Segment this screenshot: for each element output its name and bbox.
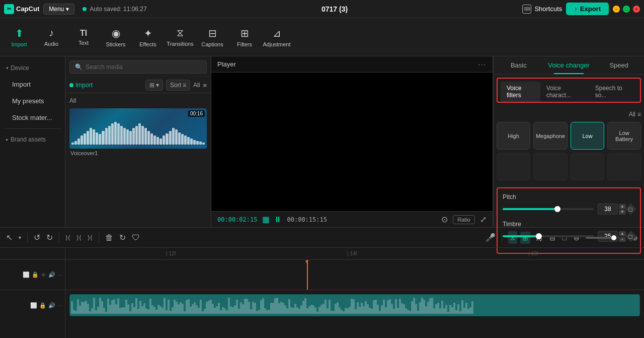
tool-captions[interactable]: ⊟ Captions bbox=[197, 20, 227, 54]
shortcuts-button[interactable]: ⌨ Shortcuts bbox=[522, 5, 562, 14]
brand-assets-section[interactable]: ▸ Brand assets bbox=[0, 132, 65, 147]
tool-import[interactable]: ⬆ Import bbox=[4, 20, 34, 54]
pitch-fill bbox=[503, 208, 557, 210]
player-menu-icon[interactable]: ··· bbox=[478, 60, 487, 68]
timbre-thumb[interactable] bbox=[536, 233, 542, 239]
sub-tab-voice-characters[interactable]: Voice charact... bbox=[540, 82, 589, 102]
sidebar-item-presets[interactable]: My presets bbox=[0, 93, 65, 109]
tool-adjustment[interactable]: ⊿ Adjustment bbox=[262, 20, 292, 54]
all-filter-button[interactable]: All bbox=[193, 82, 200, 89]
magnet-icon[interactable]: ⊞ bbox=[520, 232, 530, 244]
timbre-slider[interactable] bbox=[503, 235, 594, 237]
tool-filters[interactable]: ⊞ Filters bbox=[229, 20, 260, 54]
zoom-thumb[interactable] bbox=[611, 235, 616, 240]
zoom-bar bbox=[586, 237, 626, 239]
pitch-slider-row: Pitch 38 ▲ ▼ ◇ bbox=[503, 193, 635, 215]
minimize-button[interactable]: − bbox=[613, 6, 620, 13]
time-total: 00:00:15:15 bbox=[287, 216, 327, 223]
captions-tl-icon[interactable]: □ bbox=[560, 232, 569, 244]
pitch-up-arrow[interactable]: ▲ bbox=[619, 204, 626, 209]
track1-audio-icon[interactable]: 🔊 bbox=[48, 272, 55, 278]
device-section[interactable]: ▾ Device bbox=[0, 60, 65, 76]
track2-lock-icon[interactable]: 🔒 bbox=[39, 302, 46, 309]
tool-adjustment-label: Adjustment bbox=[263, 41, 290, 47]
tab-basic[interactable]: Basic bbox=[494, 56, 544, 74]
toolbar-divider-1 bbox=[27, 233, 28, 243]
media-content: All 00:16 Voiceover1 bbox=[65, 93, 211, 227]
all-label: All bbox=[629, 111, 635, 118]
redo-button[interactable]: ↻ bbox=[44, 231, 55, 244]
player-screen bbox=[211, 73, 493, 211]
sidebar-item-stock[interactable]: Stock mater... bbox=[0, 110, 65, 125]
split-tool-3[interactable]: ⟩⟨ bbox=[86, 232, 95, 243]
pitch-thumb[interactable] bbox=[554, 206, 560, 212]
undo-button[interactable]: ↺ bbox=[32, 231, 42, 244]
all-filter-icon: ≡ bbox=[637, 111, 641, 118]
filter-icon[interactable]: ≡ bbox=[203, 82, 207, 89]
sub-tab-voice-filters[interactable]: Voice filters bbox=[501, 82, 540, 102]
voice-item-megaphone[interactable]: Megaphone bbox=[533, 122, 568, 150]
menu-button[interactable]: Menu ▾ bbox=[43, 4, 74, 15]
fullscreen-icon[interactable]: ⤢ bbox=[480, 215, 487, 224]
sub-tab-speech-to-song[interactable]: Speech to so... bbox=[589, 82, 637, 102]
grid-view-button[interactable]: ⊞ ▾ bbox=[145, 80, 163, 91]
toolbar-divider-2 bbox=[59, 233, 59, 243]
preview-icon[interactable]: ⊟ bbox=[547, 232, 557, 244]
tool-effects[interactable]: ✦ Effects bbox=[133, 20, 163, 54]
track-2-label: ⬜ 🔒 🔊 ··· bbox=[0, 290, 65, 320]
sort-button[interactable]: Sort ≡ bbox=[166, 80, 190, 91]
project-title: 0717 (3) bbox=[151, 5, 519, 13]
timbre-label: Timbre bbox=[503, 221, 635, 228]
tab-voice-changer[interactable]: Voice changer bbox=[544, 56, 594, 74]
select-tool[interactable]: ↖ bbox=[4, 231, 15, 244]
tool-transitions-label: Transitions bbox=[167, 41, 193, 47]
track1-lock-icon[interactable]: 🔒 bbox=[32, 272, 39, 278]
voice-item-low-battery[interactable]: Low Battery bbox=[607, 122, 641, 150]
track2-audio-icon[interactable]: 🔊 bbox=[48, 302, 55, 309]
pitch-slider[interactable] bbox=[503, 208, 594, 210]
left-panel: ▾ Device Import My presets Stock mater..… bbox=[0, 56, 65, 227]
tab-speed[interactable]: Speed bbox=[594, 56, 644, 74]
shield-tool[interactable]: 🛡 bbox=[130, 231, 142, 244]
track1-expand-icon[interactable]: ⬜ bbox=[23, 272, 30, 278]
pitch-value[interactable]: 38 bbox=[598, 204, 618, 215]
delete-tool[interactable]: 🗑 bbox=[103, 231, 115, 244]
maximize-button[interactable]: □ bbox=[623, 6, 630, 13]
play-icon[interactable]: ⏸ bbox=[274, 215, 282, 224]
track1-more-icon[interactable]: ··· bbox=[57, 272, 62, 278]
list-item[interactable]: 00:16 Voiceover1 bbox=[69, 108, 207, 156]
loop-tool[interactable]: ↻ bbox=[117, 231, 128, 244]
tool-stickers[interactable]: ◉ Stickers bbox=[101, 20, 131, 54]
ratio-button[interactable]: Ratio bbox=[453, 215, 475, 224]
audio-clip[interactable] bbox=[69, 294, 640, 316]
record-icon[interactable]: ⊙ bbox=[441, 215, 448, 224]
split-tool-2[interactable]: ⟩⟨ bbox=[74, 232, 84, 243]
mic-button[interactable]: 🎤 bbox=[486, 233, 496, 242]
pitch-down-arrow[interactable]: ▼ bbox=[619, 210, 626, 215]
sidebar-item-import[interactable]: Import bbox=[0, 77, 65, 92]
link-clips-icon[interactable]: ⧖ bbox=[508, 231, 517, 244]
voice-item-high[interactable]: High bbox=[497, 122, 530, 150]
search-box[interactable]: 🔍 Search media bbox=[69, 60, 207, 74]
track2-expand-icon[interactable]: ⬜ bbox=[30, 302, 37, 309]
export-button[interactable]: ↑ Export bbox=[566, 3, 609, 15]
pitch-keyframe-button[interactable]: ◇ bbox=[625, 204, 637, 215]
bars-icon[interactable]: ▦ bbox=[262, 215, 270, 224]
timeline: ↖ ▾ ↺ ↻ ⟩⟨ ⟩⟨ ⟩⟨ 🗑 ↻ 🛡 🎤 ⧖ ⊞ ⛓ ⊟ □ ⊖ bbox=[0, 227, 644, 338]
ruler-mark-16f: | 16f bbox=[528, 251, 538, 256]
tool-text[interactable]: TI Text bbox=[68, 20, 99, 54]
voice-item-low[interactable]: Low bbox=[571, 122, 604, 150]
minus-zoom-icon[interactable]: ⊖ bbox=[572, 232, 582, 244]
close-button[interactable]: × bbox=[633, 6, 640, 13]
zoom-slider[interactable] bbox=[586, 237, 626, 239]
tool-audio[interactable]: ♪ Audio bbox=[36, 20, 66, 54]
player-header: Player ··· bbox=[211, 56, 493, 73]
track2-more-icon[interactable]: ··· bbox=[57, 302, 62, 308]
split-tool-1[interactable]: ⟩⟨ bbox=[63, 232, 72, 243]
auto-save-indicator: Auto saved: 11:06:27 bbox=[83, 6, 146, 13]
select-chevron[interactable]: ▾ bbox=[17, 233, 23, 242]
device-label: Device bbox=[11, 64, 29, 72]
import-media-button[interactable]: Import bbox=[69, 82, 93, 89]
tool-transitions[interactable]: ⧖ Transitions bbox=[165, 20, 195, 54]
track1-eye-icon[interactable]: 👁 bbox=[41, 272, 46, 278]
